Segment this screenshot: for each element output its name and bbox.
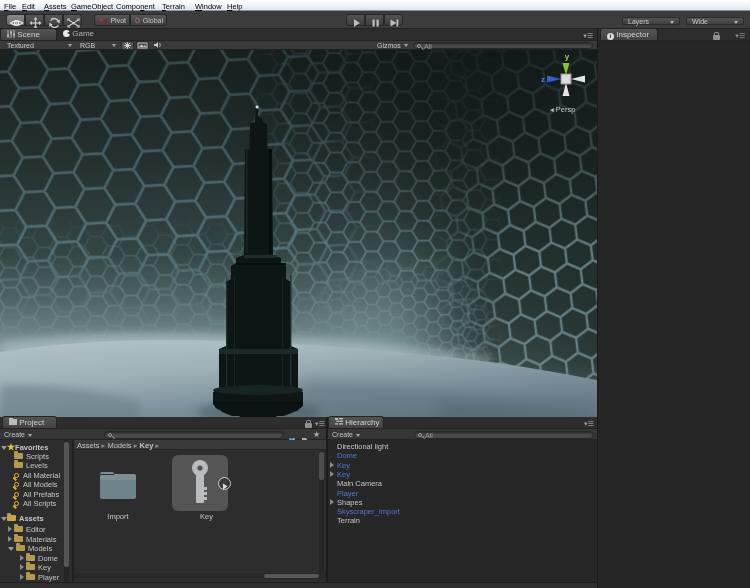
svg-text:z: z — [541, 75, 545, 84]
svg-text:y: y — [565, 52, 570, 61]
svg-text:◂ Persp: ◂ Persp — [550, 105, 575, 114]
